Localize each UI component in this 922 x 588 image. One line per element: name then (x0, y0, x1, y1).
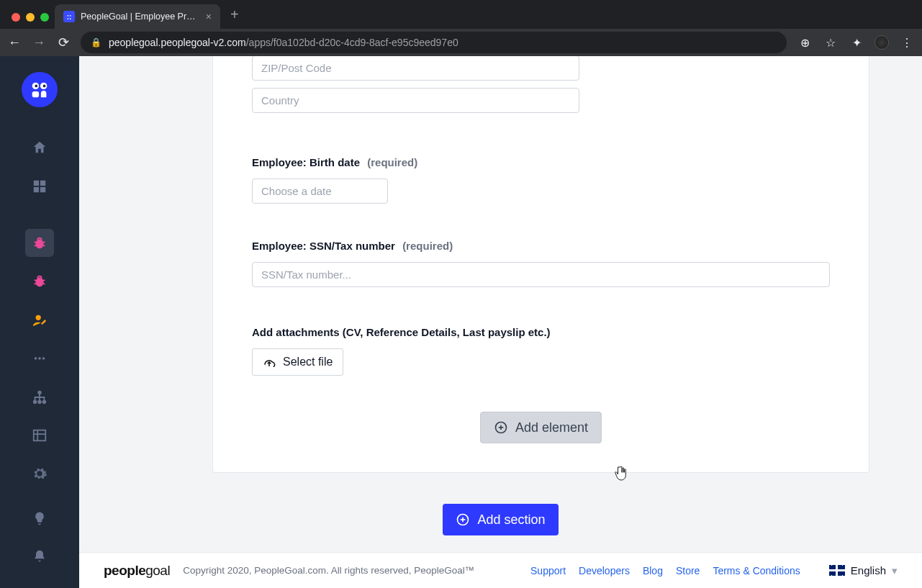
footer-store-link[interactable]: Store (676, 565, 700, 576)
add-element-button[interactable]: Add element (480, 412, 602, 443)
ssn-label: Employee: SSN/Tax number (required) (252, 240, 830, 252)
bell-icon (32, 549, 47, 564)
svg-line-12 (35, 245, 37, 245)
tab-title: PeopleGoal | Employee Pre-On (81, 12, 200, 22)
address-bar[interactable]: 🔒 peoplegoal.peoplegoal-v2.com/apps/f0a1… (81, 32, 787, 53)
svg-rect-4 (32, 91, 39, 97)
svg-rect-7 (34, 186, 39, 191)
svg-point-19 (36, 315, 41, 320)
browser-toolbar: ← → ⟳ 🔒 peoplegoal.peoplegoal-v2.com/app… (0, 29, 922, 56)
window-close-icon[interactable] (12, 13, 20, 22)
svg-line-13 (42, 245, 45, 245)
language-label: English (851, 564, 886, 576)
dots-icon (32, 350, 48, 366)
zoom-icon[interactable]: ⊕ (797, 36, 813, 50)
sidebar-org[interactable] (25, 383, 54, 411)
forward-button[interactable]: → (32, 35, 46, 50)
svg-point-22 (42, 357, 45, 360)
footer-links: Support Developers Blog Store Terms & Co… (530, 565, 800, 576)
svg-line-18 (42, 284, 45, 284)
sidebar-home[interactable] (25, 133, 54, 161)
window-minimize-icon[interactable] (26, 13, 35, 22)
svg-line-17 (35, 284, 37, 284)
birth-date-input[interactable] (252, 178, 388, 204)
footer-blog-link[interactable]: Blog (643, 565, 663, 576)
footer-developers-link[interactable]: Developers (579, 565, 630, 576)
tab-strip: :: PeopleGoal | Employee Pre-On × + (0, 0, 922, 29)
main-content: Employee: Birth date (required) Employee… (79, 56, 922, 588)
footer: peoplegoal Copyright 2020, PeopleGoal.co… (79, 552, 922, 588)
svg-point-23 (38, 391, 41, 394)
window-maximize-icon[interactable] (40, 13, 49, 22)
lightbulb-icon (32, 511, 47, 525)
chevron-down-icon: ▾ (892, 564, 898, 577)
extensions-icon[interactable]: ✦ (849, 36, 864, 50)
country-input[interactable] (252, 88, 579, 113)
table-icon (32, 428, 48, 443)
app-shell: Employee: Birth date (required) Employee… (0, 56, 922, 588)
url-domain: peoplegoal.peoplegoal-v2.com (109, 37, 246, 48)
svg-point-9 (36, 239, 44, 248)
footer-copyright: Copyright 2020, PeopleGoal.com. All righ… (183, 565, 474, 576)
plus-circle-icon (456, 512, 470, 527)
browser-chrome: :: PeopleGoal | Employee Pre-On × + ← → … (0, 0, 922, 56)
bug-icon (32, 235, 48, 251)
tab-favicon-icon: :: (63, 11, 75, 22)
grid-icon (32, 178, 48, 194)
profile-avatar[interactable] (874, 35, 889, 50)
form-card: Employee: Birth date (required) Employee… (212, 56, 869, 473)
sidebar-user-edit[interactable] (25, 306, 54, 334)
bug-icon (32, 273, 48, 289)
reload-button[interactable]: ⟳ (56, 35, 71, 50)
svg-line-10 (35, 242, 37, 243)
select-file-button[interactable]: Select file (252, 348, 343, 376)
org-chart-icon (32, 389, 48, 405)
sidebar (0, 56, 79, 588)
app-logo[interactable] (22, 72, 58, 107)
logo-icon (29, 79, 50, 101)
ssn-input[interactable] (252, 262, 830, 287)
sidebar-bug-2[interactable] (25, 267, 54, 295)
svg-line-16 (42, 280, 45, 281)
svg-rect-8 (40, 186, 45, 191)
url-path: /apps/f0a102bd-d20c-4cd9-8acf-e95c9eed97… (246, 37, 458, 48)
home-icon (32, 140, 48, 155)
tab-close-icon[interactable]: × (206, 11, 212, 22)
sidebar-apps[interactable] (25, 172, 54, 200)
add-section-button[interactable]: Add section (443, 504, 558, 535)
menu-icon[interactable]: ⋮ (899, 36, 915, 50)
plus-circle-icon (494, 420, 508, 435)
svg-rect-27 (34, 430, 46, 441)
window-controls (7, 13, 55, 29)
language-selector[interactable]: English ▾ (829, 564, 898, 577)
new-tab-button[interactable]: + (220, 6, 249, 29)
sidebar-notifications[interactable] (25, 543, 54, 571)
svg-point-2 (35, 84, 37, 87)
zip-input[interactable] (252, 56, 579, 81)
select-file-label: Select file (283, 356, 333, 368)
sidebar-bug-active[interactable] (25, 229, 54, 257)
footer-support-link[interactable]: Support (530, 565, 566, 576)
svg-rect-5 (34, 180, 39, 185)
flag-uk-icon (829, 565, 845, 576)
svg-line-15 (35, 280, 37, 281)
back-button[interactable]: ← (7, 35, 22, 50)
lock-icon: 🔒 (91, 37, 101, 48)
browser-tab[interactable]: :: PeopleGoal | Employee Pre-On × (55, 4, 220, 29)
svg-point-24 (34, 400, 37, 403)
svg-point-20 (35, 357, 37, 360)
svg-line-11 (42, 242, 45, 243)
sidebar-more[interactable] (25, 344, 54, 372)
bookmark-icon[interactable]: ☆ (823, 36, 839, 50)
footer-brand: peoplegoal (104, 563, 170, 579)
footer-terms-link[interactable]: Terms & Conditions (713, 565, 800, 576)
svg-rect-6 (40, 180, 45, 185)
birth-date-label: Employee: Birth date (required) (252, 156, 830, 168)
sidebar-hint[interactable] (25, 504, 54, 532)
svg-point-14 (36, 278, 44, 287)
gear-icon (32, 466, 48, 481)
sidebar-settings[interactable] (25, 460, 54, 488)
add-element-label: Add element (515, 420, 588, 435)
svg-point-21 (38, 357, 41, 360)
sidebar-table[interactable] (25, 421, 54, 449)
